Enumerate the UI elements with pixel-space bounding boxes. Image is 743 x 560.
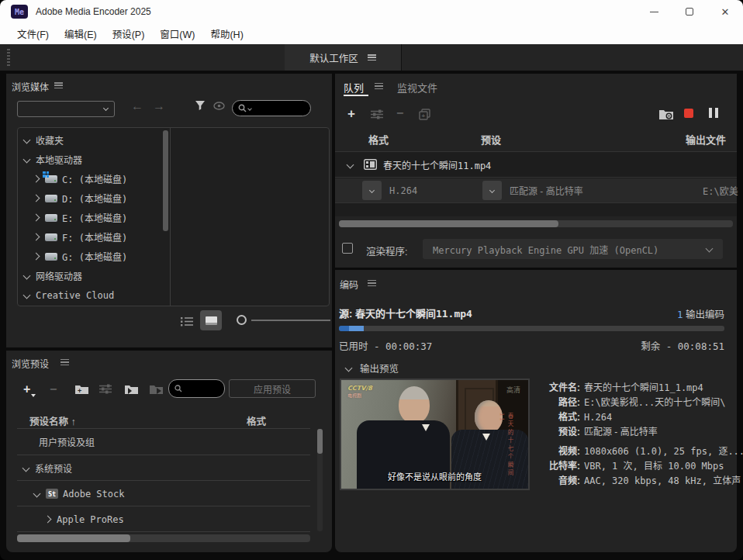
output-path-link[interactable]: E:\欧美 — [703, 184, 738, 197]
preset-row-adobe-stock[interactable]: St Adobe Stock — [17, 481, 304, 506]
plus-icon: + — [347, 106, 355, 122]
duplicate-icon: + — [419, 109, 430, 120]
tree-item-drive-e[interactable]: E: (本地磁盘) — [18, 208, 169, 227]
tab-watch-folders[interactable]: 监视文件 — [397, 80, 437, 95]
media-browser-panel-menu-icon[interactable] — [54, 82, 63, 88]
chevron-down-icon — [347, 161, 354, 168]
close-button[interactable]: ✕ — [707, 0, 743, 23]
chevron-down-icon — [345, 365, 353, 372]
workspace-bar: 默认工作区 — [0, 44, 743, 71]
format-dropdown[interactable] — [362, 181, 382, 200]
queue-panel-menu-icon[interactable] — [375, 83, 383, 89]
add-preset-button[interactable] — [371, 109, 383, 119]
import-preset-button[interactable] — [124, 379, 139, 399]
column-header-preset-name[interactable]: 预设名称 ↑ — [29, 413, 76, 428]
info-row-preset: 预设:匹配源 - 高比特率 — [535, 425, 743, 440]
apply-preset-button[interactable]: 应用预设 — [229, 379, 316, 398]
add-source-button[interactable]: + — [347, 106, 355, 122]
preset-horizontal-scrollbar[interactable] — [17, 534, 310, 542]
queue-column-format[interactable]: 格式 — [368, 132, 389, 147]
location-dropdown[interactable] — [17, 101, 115, 117]
svg-text:+: + — [78, 387, 81, 395]
output-preview-toggle[interactable]: 输出预览 — [346, 361, 399, 375]
workspace-tab-default[interactable]: 默认工作区 — [285, 44, 402, 71]
thumbnail-view-button[interactable] — [200, 310, 222, 330]
tree-pane-divider[interactable] — [170, 128, 171, 306]
remaining-time: 剩余 - 00:08:51 — [641, 338, 724, 353]
zoom-slider-knob[interactable] — [237, 315, 247, 325]
queue-column-output-file[interactable]: 输出文件 — [686, 132, 726, 147]
tree-item-drive-g[interactable]: G: (本地磁盘) — [18, 247, 169, 266]
menu-window[interactable]: 窗口(W) — [152, 23, 202, 44]
encode-progress-bar — [339, 326, 724, 331]
list-view-icon[interactable] — [181, 316, 194, 327]
watch-folder-button[interactable] — [658, 108, 674, 120]
eye-icon[interactable] — [213, 102, 225, 110]
workspace-menu-icon[interactable] — [368, 54, 376, 60]
preset-dropdown[interactable] — [482, 181, 502, 200]
preset-row-system-presets[interactable]: 系统预设 — [17, 455, 304, 481]
preset-settings-button[interactable] — [99, 379, 112, 399]
tab-queue[interactable]: 队列 — [344, 80, 364, 95]
window-controls: ✕ — [636, 0, 743, 23]
menu-file[interactable]: 文件(F) — [9, 23, 57, 44]
preset-search-box[interactable] — [168, 379, 225, 398]
filter-icon[interactable] — [195, 100, 206, 111]
maximize-button[interactable] — [672, 0, 707, 23]
encoding-title: 编码 — [340, 278, 358, 291]
forward-arrow-icon[interactable]: → — [153, 99, 165, 113]
queue-horizontal-scrollbar[interactable] — [339, 220, 733, 227]
preset-browser-panel-menu-icon[interactable] — [60, 359, 69, 365]
preset-vertical-scrollbar[interactable] — [317, 429, 323, 531]
tree-item-label: F: (本地磁盘) — [62, 230, 127, 244]
media-search-box[interactable] — [232, 100, 311, 116]
tree-item-label: Creative Cloud — [36, 290, 114, 301]
renderer-dropdown[interactable]: Mercury Playback Engine GPU 加速 (OpenCL) — [423, 239, 723, 259]
preset-search-input[interactable] — [184, 384, 215, 393]
queue-column-preset[interactable]: 预设 — [481, 132, 501, 147]
tree-item-label: 网络驱动器 — [36, 269, 82, 282]
close-icon: ✕ — [721, 6, 730, 18]
zoom-slider-track[interactable] — [251, 320, 330, 321]
menu-preset[interactable]: 预设(P) — [105, 23, 153, 44]
tree-item-favorites[interactable]: 收藏夹 — [18, 130, 169, 150]
media-search-input[interactable] — [253, 104, 299, 113]
output-preview-label: 输出预览 — [360, 361, 399, 375]
preset-browser-panel: 浏览预设 + − + 应用预设 预设名称 ↑ 格式 用户预设及组 系统预设 — [6, 351, 332, 552]
app-logo-icon: Me — [11, 5, 28, 19]
tree-item-drive-d[interactable]: D: (本地磁盘) — [18, 188, 169, 208]
media-browser-panel: 浏览媒体 ← → 收藏夹 本地驱动器 C: (本地磁盘) D: (本地磁盘) E… — [6, 74, 332, 347]
tree-item-drive-f[interactable]: F: (本地磁盘) — [18, 227, 169, 247]
renderer-label: 渲染程序: — [366, 244, 407, 258]
create-preset-button[interactable]: + — [23, 379, 30, 399]
tree-item-drive-c[interactable]: C: (本地磁盘) — [18, 169, 169, 188]
drag-grip-icon[interactable] — [7, 49, 10, 66]
stop-button[interactable] — [684, 109, 693, 118]
renderer-checkbox[interactable] — [342, 243, 353, 254]
queue-source-row[interactable]: 春天的十七个瞬间11.mp4 — [335, 152, 737, 178]
new-preset-group-button[interactable]: + — [74, 379, 89, 399]
preset-row-user-presets[interactable]: 用户预设及组 — [17, 429, 304, 455]
encode-source-name: 春天的十七个瞬间11.mp4 — [355, 308, 472, 320]
menu-help[interactable]: 帮助(H) — [202, 23, 251, 44]
tree-item-creative-cloud[interactable]: Creative Cloud — [18, 285, 169, 305]
minimize-button[interactable] — [636, 0, 672, 23]
chevron-down-icon — [33, 490, 41, 498]
chevron-right-icon — [33, 233, 40, 241]
tree-item-label: G: (本地磁盘) — [62, 250, 127, 263]
encoding-panel-menu-icon[interactable] — [368, 280, 376, 286]
tree-item-local-drives[interactable]: 本地驱动器 — [18, 150, 169, 169]
back-arrow-icon[interactable]: ← — [131, 99, 143, 113]
pause-button[interactable] — [709, 108, 718, 118]
remove-button[interactable]: − — [396, 106, 403, 120]
delete-preset-button[interactable]: − — [50, 379, 57, 399]
preset-row-apple-prores[interactable]: Apple ProRes — [17, 506, 304, 532]
sliders-icon — [371, 109, 383, 119]
duplicate-button[interactable]: + — [419, 109, 430, 120]
export-preset-button[interactable] — [149, 379, 164, 399]
column-header-format[interactable]: 格式 — [247, 413, 266, 428]
menu-edit[interactable]: 编辑(E) — [57, 23, 105, 44]
tree-item-network-drives[interactable]: 网络驱动器 — [18, 266, 169, 285]
renderer-value: Mercury Playback Engine GPU 加速 (OpenCL) — [433, 243, 658, 256]
queue-output-row[interactable]: H.264 匹配源 - 高比特率 E:\欧美 — [335, 178, 737, 203]
